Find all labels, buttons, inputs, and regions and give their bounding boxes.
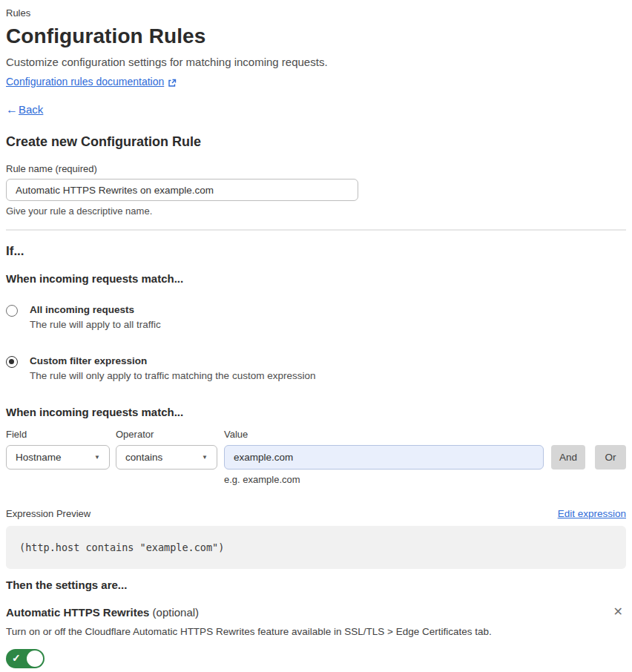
setting-title: Automatic HTTPS Rewrites (optional): [6, 606, 199, 619]
field-select-value: Hostname: [16, 452, 62, 463]
back-row: ← Back: [6, 103, 626, 116]
rule-name-input[interactable]: [6, 179, 358, 201]
value-hint: e.g. example.com: [224, 474, 626, 485]
check-icon: ✓: [12, 652, 21, 664]
back-link[interactable]: Back: [19, 103, 43, 116]
setting-description: Turn on or off the Cloudflare Automatic …: [6, 626, 626, 637]
rule-name-help: Give your rule a descriptive name.: [6, 205, 626, 217]
chevron-down-icon: ▼: [202, 454, 208, 461]
operator-select[interactable]: contains ▼: [116, 445, 217, 470]
then-heading: Then the settings are...: [6, 579, 626, 591]
section-divider: [6, 229, 626, 231]
radio-option-custom-filter: Custom filter expression The rule will o…: [6, 355, 626, 381]
setting-header-row: Automatic HTTPS Rewrites (optional) ✕: [6, 606, 626, 619]
documentation-link[interactable]: Configuration rules documentation: [6, 76, 164, 88]
builder-heading: When incoming requests match...: [6, 406, 626, 418]
breadcrumb[interactable]: Rules: [6, 7, 626, 19]
setting-toggle[interactable]: ✓: [6, 649, 45, 668]
rule-name-label: Rule name (required): [6, 163, 626, 174]
chevron-down-icon: ▼: [94, 454, 100, 461]
page-subtitle: Customize configuration settings for mat…: [6, 56, 626, 68]
expression-preview-row: Expression Preview Edit expression: [6, 508, 626, 519]
value-input[interactable]: [224, 445, 544, 470]
expression-preview-code: (http.host contains "example.com"): [6, 526, 626, 569]
external-link-icon: [168, 78, 177, 87]
value-label: Value: [224, 429, 544, 440]
field-select[interactable]: Hostname ▼: [6, 445, 110, 470]
toggle-knob: [27, 650, 43, 667]
back-arrow-icon: ←: [6, 103, 18, 116]
setting-name: Automatic HTTPS Rewrites: [6, 606, 149, 619]
edit-expression-link[interactable]: Edit expression: [558, 508, 626, 519]
operator-label: Operator: [116, 429, 217, 440]
operator-select-value: contains: [125, 452, 162, 463]
radio-custom-filter-label: Custom filter expression: [30, 355, 315, 367]
match-heading: When incoming requests match...: [6, 272, 626, 285]
radio-option-all-incoming: All incoming requests The rule will appl…: [6, 304, 626, 330]
radio-custom-filter-description: The rule will only apply to traffic matc…: [30, 370, 315, 381]
expression-preview-label: Expression Preview: [6, 508, 90, 519]
or-button[interactable]: Or: [595, 445, 626, 470]
page-title: Configuration Rules: [6, 24, 626, 49]
radio-all-incoming-label: All incoming requests: [30, 304, 161, 316]
expression-builder-row: Field Hostname ▼ Operator contains ▼ Val…: [6, 429, 626, 470]
if-heading: If...: [6, 244, 626, 258]
radio-custom-filter[interactable]: [6, 356, 18, 368]
field-label: Field: [6, 429, 110, 440]
and-button[interactable]: And: [551, 445, 585, 470]
form-heading: Create new Configuration Rule: [6, 134, 626, 149]
close-icon[interactable]: ✕: [610, 606, 626, 618]
radio-all-incoming[interactable]: [6, 305, 18, 317]
setting-optional-label: (optional): [153, 606, 200, 619]
radio-all-incoming-description: The rule will apply to all traffic: [30, 319, 161, 330]
configuration-rules-page: Rules Configuration Rules Customize conf…: [0, 0, 632, 672]
